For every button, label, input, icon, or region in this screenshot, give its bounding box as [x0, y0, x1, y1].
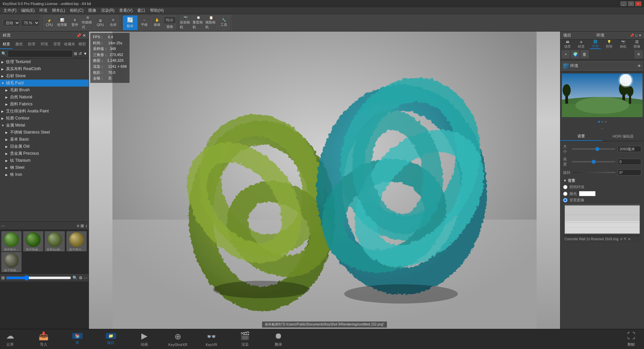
tree-item[interactable]: ▶纹理 Textured [0, 58, 89, 65]
tree-item[interactable]: ▶基本 Basic [0, 136, 89, 143]
bg-color-swatch[interactable] [579, 191, 596, 196]
tab-materials[interactable]: 材质 [0, 40, 13, 49]
left-panel-pin-icon[interactable]: 📌 [76, 33, 81, 38]
tab-model[interactable]: 模型 [76, 40, 89, 49]
rp-tab-materials[interactable]: ◈ 材质 [576, 40, 587, 49]
thumb-item[interactable]: 草坪草分... [1, 231, 21, 251]
bottom-render-button[interactable]: 🎬 渲染 [235, 331, 255, 347]
tab-texture[interactable]: 纹理 [25, 40, 38, 49]
search-more-icon[interactable]: ▼ [83, 51, 87, 56]
menu-window[interactable]: 窗口 [135, 7, 147, 14]
rp-delete-icon[interactable]: 🗑 [581, 50, 589, 58]
size-input[interactable] [618, 146, 641, 152]
env-dot-0[interactable] [598, 121, 600, 123]
height-slider[interactable] [572, 161, 615, 162]
rp-close-icon[interactable]: ✕ [639, 34, 641, 37]
env-settings-tab-hdri[interactable]: HDRI 编辑器 [602, 132, 644, 141]
env-list-item[interactable]: 环境 👁 [562, 61, 643, 70]
left-panel-close-icon[interactable]: ✕ [83, 33, 86, 38]
rp-tab-environment[interactable]: 🌐 环境 [590, 40, 601, 49]
perf-button[interactable]: ⚙ 性能模式 [82, 15, 94, 30]
rp-tab-camera[interactable]: 📷 相机 [618, 40, 629, 49]
menu-help[interactable]: 帮助(H) [148, 7, 166, 14]
fov-input[interactable] [164, 16, 176, 24]
thumb-settings-icon[interactable]: ⚙ [79, 276, 83, 280]
thumb-item[interactable]: 高草Sm表... [45, 231, 65, 251]
thumb-item[interactable]: 草坪草健... [23, 231, 43, 251]
rotation-input[interactable] [618, 169, 641, 176]
rp-tab-lighting[interactable]: 💡 照明 [604, 40, 614, 49]
fov-button[interactable]: 视角 [164, 15, 176, 30]
tree-item[interactable]: ▶铁 Iron [0, 171, 89, 178]
bottom-keyvr-button[interactable]: 👓 KeyVR [201, 332, 221, 347]
tree-item[interactable]: ▶轮廓 Contour [0, 115, 89, 122]
rp-env-icon[interactable]: 🌍 [571, 50, 579, 58]
thumb-more2-icon[interactable]: ··· [84, 276, 87, 280]
thumb-item[interactable]: 高干草分... [66, 231, 87, 251]
bottom-animation-button[interactable]: ▶ 动画 [134, 331, 154, 347]
tree-item[interactable]: ▼绒毛 Fuzz [0, 80, 89, 87]
rp-tab-image[interactable]: 🖼 图像 [632, 40, 642, 49]
tree-item[interactable]: ▶石材 Stone [0, 72, 89, 80]
bottom-import-button[interactable]: 📥 导入 [34, 331, 54, 347]
tab-favorites[interactable]: 收藏夹 [63, 40, 76, 49]
env-close-icon[interactable]: ✕ [628, 237, 631, 241]
search-refresh-icon[interactable]: ↺ [79, 51, 82, 56]
env-dot-2[interactable] [605, 121, 607, 123]
tree-item[interactable]: ▶贵金属 Precious [0, 150, 89, 157]
thumb-item[interactable]: 高干草绒... [1, 252, 21, 272]
menu-image[interactable]: 图像 [86, 7, 98, 14]
tab-environment[interactable]: 环境 [38, 40, 51, 49]
thumb-grid-icon[interactable]: ⊞ [81, 223, 84, 228]
thumb-search-icon[interactable]: 🔍 [72, 276, 78, 280]
tree-item[interactable]: ▼金属 Metal [0, 122, 89, 129]
thumb-list-icon[interactable]: ≡ [77, 223, 79, 228]
rp-add-icon[interactable]: + [562, 50, 570, 58]
env-refresh-icon[interactable]: ↺ [620, 237, 623, 241]
tree-item[interactable]: ▶不锈钢 Stainless Steel [0, 129, 89, 136]
env-item-toggle[interactable]: 👁 [638, 64, 641, 68]
tab-background[interactable]: 背景 [51, 40, 63, 49]
reset-camera-button[interactable]: 🔲 重置相机 [192, 15, 204, 30]
tree-item[interactable]: ▶艾仕得涂料 Axalta Paint [0, 108, 89, 115]
tab-color[interactable]: 颜色 [13, 40, 26, 49]
zoom-select[interactable]: 75 % [21, 19, 40, 27]
menu-edit[interactable]: 编辑(E) [19, 7, 37, 14]
minimize-button[interactable]: _ [621, 1, 627, 6]
start-dropdown[interactable]: 启动 [3, 19, 20, 27]
tree-item[interactable]: ▶毛刷 Brush [0, 87, 89, 94]
render-button[interactable]: 🔄 翻录 [123, 15, 138, 30]
tree-item[interactable]: ▶钢 Steel [0, 164, 89, 171]
cpu-button[interactable]: ⚡ CPU [43, 15, 55, 30]
move-button[interactable]: ↔ 平移 [138, 15, 150, 30]
rp-tab-scene[interactable]: 🏔 场景 [562, 40, 573, 49]
close-button[interactable]: × [635, 1, 641, 6]
thumb-more-icon[interactable]: ··· [1, 223, 5, 228]
thumb-size-slider[interactable] [6, 275, 71, 281]
copy-camera-button[interactable]: 📋 视图相机 [205, 15, 217, 30]
menu-script[interactable]: 脚本(L) [50, 7, 67, 14]
search-filter-icon[interactable]: ⊞ [74, 51, 77, 56]
rp-pin-icon[interactable]: 📌 [630, 34, 634, 37]
bg-color-radio[interactable] [563, 192, 567, 196]
tree-item[interactable]: ▶旧金属 Old [0, 143, 89, 150]
bg-image-radio[interactable] [563, 198, 567, 202]
fullscreen-button[interactable]: ⛶ 翻帧 [621, 331, 641, 347]
pause-button[interactable]: ⏸ 暂停 [69, 15, 81, 30]
add-camera-button[interactable]: 📷 添加相机 [180, 15, 192, 30]
rp-maximize-icon[interactable]: □ [635, 34, 637, 37]
menu-file[interactable]: 文件(F) [1, 7, 18, 14]
thumb-sort-icon[interactable]: ↕ [85, 223, 87, 228]
gpu-button[interactable]: 🖥 GPU [94, 15, 106, 30]
tree-item[interactable]: ▶自然 Natural [0, 94, 89, 101]
cancel-button[interactable]: ✕ 去掉 [107, 15, 119, 30]
bottom-keyshotxr-button[interactable]: ⊕ KeyShotXR [168, 332, 188, 347]
search-input[interactable] [8, 50, 72, 57]
size-slider[interactable] [572, 148, 615, 150]
tools-button[interactable]: 🔧 工具 [218, 15, 230, 30]
height-input[interactable] [618, 159, 641, 165]
bottom-record-button[interactable]: ⏺ 翻录 [268, 331, 289, 347]
menu-render[interactable]: 渲染(R) [99, 7, 117, 14]
usage-button[interactable]: 📊 使用量 [56, 15, 68, 30]
bottom-cloud-button[interactable]: ☁ 云库 [0, 331, 20, 347]
